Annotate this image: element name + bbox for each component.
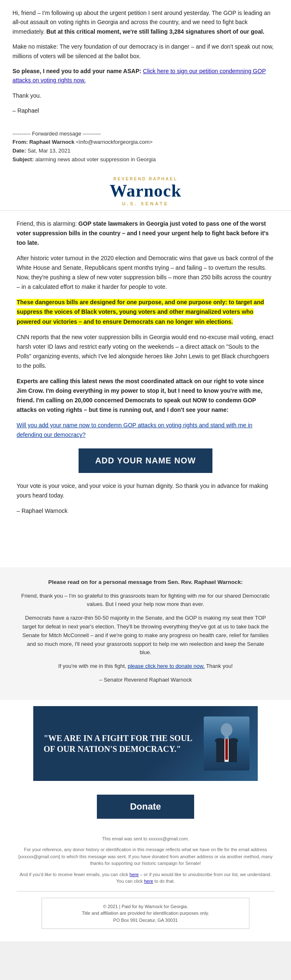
unsubscribe-link[interactable]: here: [144, 879, 153, 884]
voice-paragraph: Your vote is your voice, and your voice …: [17, 481, 274, 500]
logo-reverend: REVEREND RAPHAEL: [8, 177, 283, 181]
unsubscribe-end: to do that.: [155, 879, 175, 884]
cta-button-wrap: ADD YOUR NAME NOW: [17, 448, 274, 473]
subject-value: alarming news about voter suppression in…: [35, 156, 156, 163]
body-content: Friend, this is alarming: GOP state lawm…: [0, 211, 291, 555]
personal-title: Please read on for a personal message fr…: [21, 578, 270, 587]
branded-sign-off: – Raphael Warnock: [17, 506, 274, 516]
cta-paragraph: So please, I need you to add your name A…: [12, 66, 279, 85]
personal-p2: Democrats have a razor-thin 50-50 majori…: [21, 614, 270, 657]
personal-sign-off: – Senator Reverend Raphael Warnock: [21, 676, 270, 685]
plain-section: Hi, friend – I'm following up about the …: [0, 0, 291, 130]
banner-section: "WE ARE IN A FIGHT FOR THE SOUL OF OUR N…: [0, 700, 291, 787]
donor-notice-text: For your reference, any donor history or…: [17, 846, 274, 867]
logo-senate: U.S. SENATE: [8, 201, 283, 206]
make-no-mistake-paragraph: Make no mistake: The very foundation of …: [12, 42, 279, 61]
footer-legal-box: © 2021 | Paid for by Warnock for Georgia…: [42, 898, 249, 929]
highlight-text: These dangerous bills are designed for o…: [17, 299, 264, 325]
date-value: Sat, Mar 13, 2021: [27, 148, 70, 154]
subject-line: Subject: alarming news about voter suppr…: [12, 155, 279, 164]
personal-p1: Friend, thank you – I'm so grateful to t…: [21, 592, 270, 609]
banner-quote: "WE ARE IN A FIGHT FOR THE SOUL OF OUR N…: [44, 733, 197, 754]
alarming-paragraph: Friend, this is alarming: GOP state lawm…: [17, 219, 274, 248]
svg-point-0: [221, 723, 232, 736]
from-name: Raphael Warnock: [29, 139, 74, 145]
fewer-middle: – or if you would like to unsubscribe fr…: [116, 872, 271, 884]
donate-button[interactable]: Donate: [97, 795, 195, 819]
intro-paragraph: Hi, friend – I'm following up about the …: [12, 8, 279, 36]
banner-photo: [204, 717, 249, 771]
experts-bold-text: Experts are calling this latest news the…: [17, 378, 264, 413]
email-sent-text: This email was sent to xxxxxx@gmail.com.: [17, 835, 274, 842]
fewer-emails-link[interactable]: here: [130, 872, 139, 877]
personal-p3-suffix: Thank you!: [206, 663, 233, 669]
email-wrapper: Hi, friend – I'm following up about the …: [0, 0, 291, 941]
date-line: Date: Sat, Mar 13, 2021: [12, 147, 279, 155]
svg-point-4: [215, 739, 222, 743]
svg-rect-3: [225, 739, 228, 760]
critical-text: But at this critical moment, we're still…: [46, 28, 264, 35]
footer-section: This email was sent to xxxxxx@gmail.com.…: [0, 829, 291, 942]
alarming-prefix: Friend, this is alarming:: [17, 220, 77, 227]
legal-line2: Title and affiliation are provided for i…: [50, 910, 241, 917]
donate-button-wrap: Donate: [0, 787, 291, 829]
date-label: Date:: [12, 148, 26, 154]
from-email: <info@warnockforgeorgia.com>: [76, 139, 153, 145]
will-you-paragraph: Will you add your name now to condemn GO…: [17, 421, 274, 440]
legal-line1: © 2021 | Paid for by Warnock for Georgia…: [50, 903, 241, 910]
history-paragraph: After historic voter turnout in the 2020…: [17, 254, 274, 292]
footer-divider: [17, 891, 274, 891]
personal-p3-prefix: If you're with me in this fight,: [58, 663, 126, 669]
from-line: From: Raphael Warnock <info@warnockforge…: [12, 138, 279, 147]
fewer-prefix: And if you'd like to receive fewer email…: [20, 872, 128, 877]
highlight-paragraph: These dangerous bills are designed for o…: [17, 298, 274, 326]
donate-now-link[interactable]: please click here to donate now.: [128, 663, 205, 669]
logo-area: REVEREND RAPHAEL Warnock U.S. SENATE: [0, 168, 291, 211]
spacer: [17, 522, 274, 547]
experts-paragraph: Experts are calling this latest news the…: [17, 377, 274, 415]
divider-line: ---------- Forwarded message ----------: [12, 130, 279, 138]
thank-you-text: Thank you.: [12, 91, 279, 100]
forward-header: ---------- Forwarded message ---------- …: [0, 130, 291, 168]
subject-label: Subject:: [12, 156, 34, 163]
legal-line3: PO Box 991 Decatur, GA 30031: [50, 917, 241, 924]
add-name-button[interactable]: ADD YOUR NAME NOW: [79, 448, 212, 473]
cnn-paragraph: CNN reports that the new voter suppressi…: [17, 332, 274, 371]
fewer-emails-text: And if you'd like to receive fewer email…: [17, 871, 274, 885]
personal-p3: If you're with me in this fight, please …: [21, 662, 270, 671]
person-silhouette-icon: [210, 721, 243, 771]
will-you-link[interactable]: Will you add your name now to condemn GO…: [17, 421, 274, 440]
banner-box: "WE ARE IN A FIGHT FOR THE SOUL OF OUR N…: [33, 706, 258, 781]
svg-point-5: [232, 739, 238, 743]
from-label: From:: [12, 139, 28, 145]
personal-title-text: Please read on for a personal message fr…: [48, 579, 243, 585]
logo-warnock: Warnock: [8, 182, 283, 199]
personal-message-section: Please read on for a personal message fr…: [0, 567, 291, 700]
sign-off-plain: – Raphael: [12, 106, 279, 115]
critical-bold: But at this critical moment, we're still…: [46, 28, 264, 35]
svg-rect-1: [224, 736, 229, 739]
branded-section: REVEREND RAPHAEL Warnock U.S. SENATE Fri…: [0, 168, 291, 555]
cta-prefix: So please, I need you to add your name A…: [12, 68, 141, 74]
